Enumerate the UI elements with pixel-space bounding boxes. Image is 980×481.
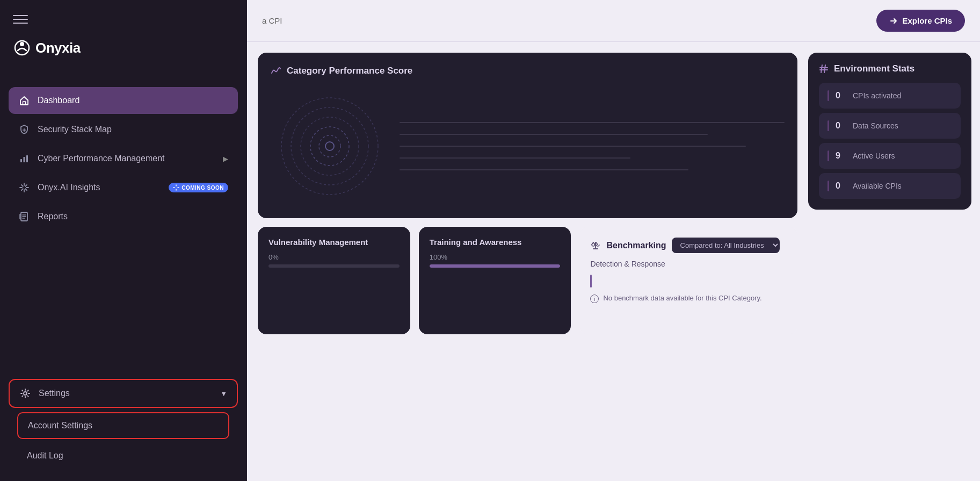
coming-soon-badge: COMING SOON [169, 183, 228, 192]
training-percent: 100% [430, 253, 561, 261]
perf-lines [400, 117, 785, 176]
gear-icon [19, 387, 31, 399]
bench-dropdown[interactable]: Compared to: All Industries [672, 238, 780, 253]
chevron-down-icon: ▼ [220, 390, 227, 398]
logo-text: Onyxia [35, 40, 81, 56]
content-area: Category Performance Score [247, 42, 980, 481]
env-stats-card: Environment Stats 0 CPIs activated 0 Dat… [808, 53, 971, 210]
svg-point-11 [291, 107, 368, 185]
arrow-right-icon [889, 17, 898, 25]
svg-point-15 [325, 142, 334, 150]
top-bar: a CPI Explore CPIs [247, 0, 980, 42]
logo: Onyxia [13, 39, 234, 57]
bench-header: Benchmarking Compared to: All Industries [590, 238, 787, 253]
sidebar-item-settings[interactable]: Settings ▼ [9, 379, 238, 408]
sidebar-item-account-settings[interactable]: Account Settings [17, 412, 229, 439]
scale-icon [590, 240, 601, 251]
hamburger-menu[interactable] [13, 15, 28, 24]
chart-wave-icon [271, 66, 281, 76]
sidebar-item-onyx-ai[interactable]: Onyx.AI Insights COMING SOON [9, 174, 238, 201]
sidebar: Onyxia Dashboard Security Stac [0, 0, 247, 481]
stat-avcpi-value: 0 [836, 181, 846, 191]
stat-bar [827, 120, 829, 131]
sidebar-item-cyber-performance[interactable]: Cyber Performance Management ▶ [9, 145, 238, 172]
main-content: a CPI Explore CPIs Category Performance … [247, 0, 980, 481]
env-stats-title: Environment Stats [834, 63, 914, 74]
stat-active-users[interactable]: 9 Active Users [819, 143, 961, 169]
breadcrumb: a CPI [262, 16, 282, 25]
stat-au-value: 9 [836, 151, 846, 161]
radar-chart [271, 87, 389, 205]
vulnerability-percent: 0% [268, 253, 400, 261]
vulnerability-title: Vulnerability Management [268, 238, 400, 247]
account-settings-label: Account Settings [28, 421, 92, 430]
bar-chart-icon [18, 153, 30, 164]
svg-point-14 [319, 135, 340, 157]
sidebar-item-security-stack-map[interactable]: Security Stack Map [9, 116, 238, 143]
training-title: Training and Awareness [430, 238, 561, 247]
hash-icon [819, 64, 829, 74]
bench-note-text: No benchmark data available for this CPI… [603, 294, 761, 302]
stat-cpis-value: 0 [836, 91, 846, 100]
svg-point-10 [281, 98, 378, 195]
vulnerability-card: Vulnerability Management 0% [258, 227, 410, 334]
info-icon: i [590, 295, 599, 303]
sidebar-item-reports[interactable]: Reports [9, 203, 238, 230]
stat-cpis-activated[interactable]: 0 CPIs activated [819, 83, 961, 109]
sidebar-item-dashboard-label: Dashboard [38, 96, 228, 105]
home-icon [18, 95, 30, 106]
stat-avcpi-label: Available CPIs [853, 182, 902, 190]
stat-ds-label: Data Sources [853, 121, 898, 130]
bench-subtitle: Detection & Response [590, 260, 787, 268]
svg-rect-5 [20, 159, 22, 162]
shield-grid-icon [18, 124, 30, 135]
sidebar-item-reports-label: Reports [38, 212, 228, 221]
stat-data-sources[interactable]: 0 Data Sources [819, 113, 961, 139]
svg-line-17 [824, 65, 825, 73]
svg-line-16 [821, 65, 822, 73]
nav-items: Dashboard Security Stack Map [0, 87, 246, 481]
sidebar-item-dashboard[interactable]: Dashboard [9, 87, 238, 114]
audit-log-label: Audit Log [27, 451, 63, 460]
svg-point-9 [24, 392, 27, 395]
chevron-right-icon: ▶ [223, 155, 228, 163]
report-icon [18, 211, 30, 222]
stat-au-label: Active Users [853, 152, 895, 160]
perf-score-header: Category Performance Score [271, 66, 785, 76]
stat-ds-value: 0 [836, 121, 846, 131]
stat-bar [827, 181, 829, 191]
sidebar-item-settings-label: Settings [39, 389, 213, 398]
stat-cpis-label: CPIs activated [853, 91, 901, 100]
stat-bar [827, 90, 829, 101]
sidebar-item-ssm-label: Security Stack Map [38, 125, 228, 134]
bottom-row: Vulnerability Management 0% Training and… [258, 227, 797, 334]
perf-score-card: Category Performance Score [258, 53, 797, 218]
sidebar-item-ai-label: Onyx.AI Insights [38, 183, 161, 192]
stat-available-cpis[interactable]: 0 Available CPIs [819, 173, 961, 199]
sidebar-item-cpm-label: Cyber Performance Management [38, 154, 215, 163]
svg-point-12 [301, 117, 359, 175]
explore-cpis-button[interactable]: Explore CPIs [876, 10, 965, 32]
bench-note: i No benchmark data available for this C… [590, 294, 787, 303]
svg-rect-7 [26, 155, 28, 162]
sidebar-item-audit-log[interactable]: Audit Log [17, 443, 229, 468]
svg-point-13 [310, 127, 349, 166]
center-panel: Category Performance Score [247, 42, 808, 481]
benchmarking-card: Benchmarking Compared to: All Industries… [579, 227, 797, 334]
bench-title: Benchmarking [606, 241, 666, 250]
svg-point-1 [20, 42, 24, 46]
stat-bar [827, 150, 829, 161]
env-stats-header: Environment Stats [819, 63, 961, 74]
svg-rect-6 [24, 157, 25, 162]
training-card: Training and Awareness 100% [419, 227, 571, 334]
perf-score-title: Category Performance Score [287, 66, 412, 76]
sparkle-icon [18, 182, 30, 193]
logo-icon [13, 39, 31, 57]
right-panel: Environment Stats 0 CPIs activated 0 Dat… [808, 42, 980, 481]
bench-bar [590, 275, 592, 288]
